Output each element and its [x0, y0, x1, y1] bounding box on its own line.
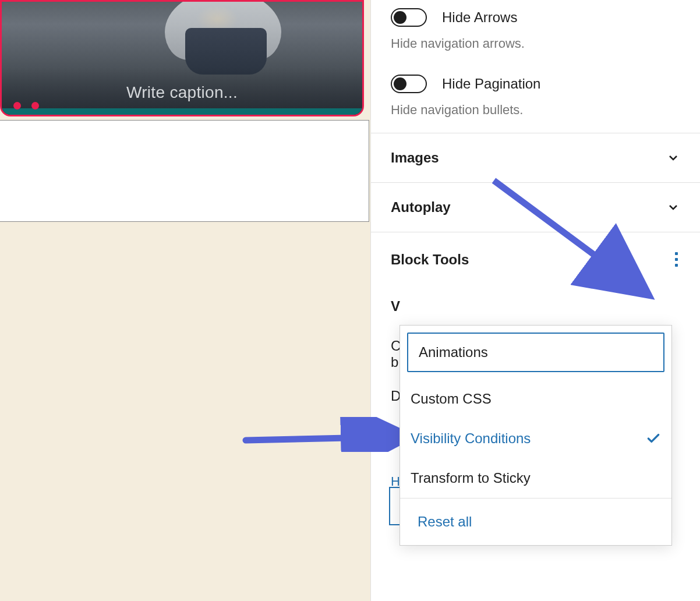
block-tools-dropdown: Animations Custom CSS Visibility Conditi…: [400, 325, 672, 546]
hide-arrows-row: Hide Arrows Hide navigation arrows.: [371, 0, 700, 66]
dropdown-reset-label: Reset all: [418, 514, 472, 530]
hide-pagination-toggle[interactable]: [391, 75, 427, 93]
chevron-down-icon: [666, 200, 680, 214]
block-tools-title: Block Tools: [391, 252, 469, 268]
hidden-button-outline: [389, 487, 400, 525]
dropdown-reset-all[interactable]: Reset all: [400, 499, 671, 545]
toggle-knob: [394, 77, 406, 90]
caption-bar: Write caption...: [2, 68, 362, 115]
check-icon: [646, 431, 661, 446]
autoplay-panel[interactable]: Autoplay: [371, 182, 700, 232]
hide-pagination-desc: Hide navigation bullets.: [391, 102, 680, 118]
dropdown-animations-label: Animations: [419, 344, 488, 360]
pagination-dots: [13, 102, 39, 109]
hide-pagination-row: Hide Pagination Hide navigation bullets.: [371, 66, 700, 133]
images-panel[interactable]: Images: [371, 133, 700, 182]
dropdown-custom-css[interactable]: Custom CSS: [400, 379, 671, 419]
dropdown-transform-sticky[interactable]: Transform to Sticky: [400, 458, 671, 498]
toggle-knob: [394, 11, 406, 24]
dropdown-animations[interactable]: Animations: [407, 333, 664, 372]
images-panel-title: Images: [391, 150, 439, 166]
text-block[interactable]: [0, 120, 369, 222]
dropdown-transform-label: Transform to Sticky: [411, 470, 531, 486]
dropdown-visibility-conditions[interactable]: Visibility Conditions: [400, 419, 671, 458]
caption-input[interactable]: Write caption...: [2, 83, 362, 102]
block-tools-menu-button[interactable]: [673, 250, 680, 269]
pagination-dot[interactable]: [31, 102, 39, 109]
hide-arrows-desc: Hide navigation arrows.: [391, 36, 680, 51]
hide-arrows-label: Hide Arrows: [442, 9, 517, 26]
gallery-block[interactable]: Write caption...: [0, 0, 364, 116]
pagination-dot[interactable]: [13, 102, 21, 109]
dropdown-custom-css-label: Custom CSS: [411, 391, 492, 407]
dropdown-visibility-label: Visibility Conditions: [411, 430, 531, 447]
editor-canvas: Write caption...: [0, 0, 370, 601]
teal-strip: [2, 108, 364, 115]
block-tools-panel: Block Tools: [371, 232, 700, 287]
autoplay-panel-title: Autoplay: [391, 199, 451, 215]
figure-legs: [185, 28, 267, 75]
hide-arrows-toggle[interactable]: [391, 8, 427, 27]
hide-pagination-label: Hide Pagination: [442, 76, 540, 92]
hidden-v: V: [391, 298, 680, 314]
chevron-down-icon: [666, 151, 680, 165]
